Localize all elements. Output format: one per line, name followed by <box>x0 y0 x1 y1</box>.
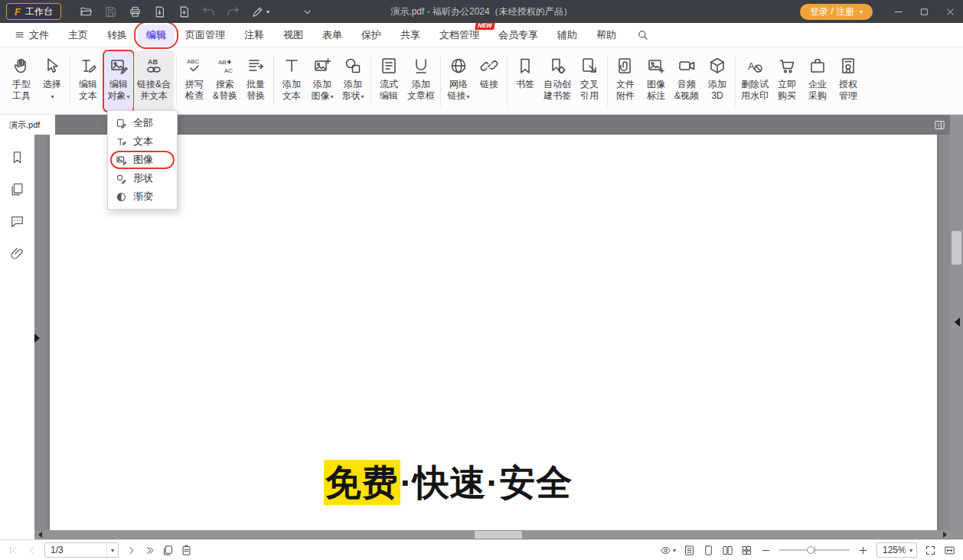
vertical-scrollbar[interactable] <box>950 115 963 539</box>
ribbon-button-auto-bookmark[interactable]: 自动创建书签 <box>540 51 574 111</box>
ribbon-button-enterprise-purchase[interactable]: 企业采购 <box>802 51 833 111</box>
next-page-button[interactable] <box>126 545 137 556</box>
last-page-button[interactable] <box>144 545 155 556</box>
quick-sign-button[interactable]: ▾ <box>251 5 269 18</box>
minimize-button[interactable] <box>885 0 911 23</box>
fit-width-button[interactable] <box>944 545 955 556</box>
menu-tab-file[interactable]: 文件 <box>6 24 57 46</box>
ribbon-button-audio-video[interactable]: 音频&视频 <box>671 51 702 111</box>
side-panel-pages-button[interactable] <box>10 182 24 197</box>
ribbon-button-edit-object[interactable]: 编辑对象▾ <box>103 51 134 111</box>
menu-tab-page-manage[interactable]: 页面管理 <box>177 24 233 46</box>
create-pdf-button[interactable] <box>178 5 191 18</box>
menu-tab-doc-manage[interactable]: 文档管理NEW <box>431 24 488 46</box>
scroll-left-arrow-icon[interactable] <box>34 532 45 538</box>
side-panel-bookmarks-button[interactable] <box>10 150 24 164</box>
menu-tab-view[interactable]: 视图 <box>275 24 312 46</box>
save-button[interactable] <box>104 5 117 18</box>
view-mode-button[interactable]: ▾ <box>660 545 676 556</box>
redo-button[interactable] <box>227 5 240 18</box>
side-panel-attachments-button[interactable] <box>10 246 24 261</box>
scroll-right-arrow-icon[interactable] <box>939 532 950 538</box>
ribbon-button-buy-now[interactable]: 立即购买 <box>772 51 802 111</box>
ribbon-button-license-manage[interactable]: 授权管理 <box>833 51 863 111</box>
ribbon-button-image-annotation[interactable]: 图像标注 <box>641 51 671 111</box>
ribbon-button-web-link[interactable]: 网络链接▾ <box>443 51 474 111</box>
single-page-view-button[interactable] <box>703 545 714 556</box>
ribbon-button-edit-text[interactable]: 编辑文本 <box>73 51 103 111</box>
clipboard-button[interactable] <box>181 545 192 556</box>
sidebar-collapse-handle[interactable] <box>34 334 40 343</box>
undo-button[interactable] <box>202 5 215 18</box>
pdf-page[interactable]: 免费·快速·安全 <box>50 135 937 530</box>
ribbon-button-search-replace[interactable]: ABAC搜索&替换 <box>210 51 240 111</box>
ribbon-button-add-article-box[interactable]: 添加文章框 <box>404 51 438 111</box>
close-button[interactable] <box>937 0 963 23</box>
dropdown-item-image[interactable]: 图像 <box>108 151 177 169</box>
ribbon-button-cross-reference[interactable]: 交叉引用 <box>574 51 605 111</box>
menu-tab-protect[interactable]: 保护 <box>353 24 390 46</box>
ribbon-button-add-text[interactable]: 添加文本 <box>276 51 307 111</box>
open-button[interactable] <box>80 5 93 18</box>
snapshot-button[interactable] <box>162 545 174 556</box>
dropdown-item-text[interactable]: 文本 <box>108 132 177 151</box>
read-mode-button[interactable] <box>684 545 695 556</box>
dropdown-item-gradient[interactable]: 渐变 <box>108 187 177 206</box>
workspace-button[interactable]: F 工作台 <box>6 3 61 20</box>
caret-down-icon: ▾ <box>361 93 364 100</box>
document-tab[interactable]: 演示.pdf <box>0 115 55 135</box>
menu-tab-form[interactable]: 表单 <box>314 24 351 46</box>
bookmark-icon <box>516 54 534 77</box>
menubar: 文件主页转换编辑页面管理注释视图表单保护共享文档管理NEW会员专享辅助帮助 <box>0 23 963 47</box>
menu-tab-help[interactable]: 帮助 <box>588 24 625 46</box>
caret-down-icon[interactable]: ▾ <box>905 543 916 557</box>
ribbon-button-add-3d[interactable]: 添加3D <box>702 51 733 111</box>
fullscreen-button[interactable] <box>925 545 936 556</box>
side-panel-comments-button[interactable] <box>10 214 24 229</box>
ribbon-button-flow-edit[interactable]: 流式编辑 <box>374 51 404 111</box>
export-pdf-button[interactable] <box>153 5 166 18</box>
zoom-slider-thumb[interactable] <box>807 546 814 554</box>
menu-tab-edit[interactable]: 编辑 <box>138 24 175 46</box>
menu-tab-comment[interactable]: 注释 <box>236 24 273 46</box>
ribbon-button-link-merge-text[interactable]: AB链接&合并文本 <box>134 51 174 111</box>
dropdown-item-shape[interactable]: 形状 <box>108 169 177 187</box>
panel-toggle-icon[interactable] <box>934 119 945 131</box>
ribbon-button-link[interactable]: 链接 <box>474 51 504 111</box>
zoom-level[interactable]: 125%▾ <box>876 542 917 558</box>
ribbon-button-bookmark[interactable]: 书签 <box>510 51 540 111</box>
horizontal-scroll-thumb[interactable] <box>475 531 522 539</box>
grid-view-button[interactable] <box>741 545 752 556</box>
horizontal-scroll-track[interactable] <box>45 530 939 539</box>
login-button[interactable]: 登录 / 注册 ▾ <box>800 4 873 20</box>
menu-tab-assist[interactable]: 辅助 <box>549 24 586 46</box>
menu-tab-member[interactable]: 会员专享 <box>490 24 547 46</box>
maximize-button[interactable] <box>911 0 937 23</box>
caret-down-icon[interactable]: ▾ <box>106 543 118 557</box>
ribbon-button-add-shape[interactable]: 添加形状▾ <box>338 51 368 111</box>
search-icon[interactable] <box>637 29 648 41</box>
page-indicator[interactable]: 1/3▾ <box>44 542 119 558</box>
ribbon-button-select[interactable]: 选择▾ <box>37 51 67 111</box>
facing-page-view-button[interactable] <box>722 545 733 556</box>
dropdown-item-all[interactable]: 全部 <box>108 114 177 132</box>
prev-page-button[interactable] <box>26 545 38 556</box>
first-page-button[interactable] <box>8 545 19 556</box>
ribbon-button-hand-tool[interactable]: 手型工具 <box>6 51 37 111</box>
ribbon-button-remove-trial-watermark[interactable]: A删除试用水印 <box>738 51 772 111</box>
right-panel-collapse-handle[interactable] <box>955 317 960 327</box>
ribbon-button-add-image[interactable]: 添加图像▾ <box>307 51 338 111</box>
ribbon-button-spell-check[interactable]: ABC拼写检查 <box>179 51 210 111</box>
zoom-out-button[interactable] <box>760 545 772 556</box>
print-button[interactable] <box>129 5 142 18</box>
ribbon-button-file-attachment[interactable]: 文件附件 <box>610 51 641 111</box>
menu-tab-share[interactable]: 共享 <box>392 24 429 46</box>
ribbon-button-batch-replace[interactable]: 批量替换 <box>240 51 271 111</box>
zoom-slider[interactable] <box>779 545 850 555</box>
menu-tab-home[interactable]: 主页 <box>60 24 96 46</box>
zoom-in-button[interactable] <box>857 545 869 556</box>
menu-tab-convert[interactable]: 转换 <box>99 24 135 46</box>
horizontal-scrollbar[interactable] <box>34 530 950 539</box>
vertical-scroll-thumb[interactable] <box>952 231 961 265</box>
collapse-toolbar-button[interactable] <box>301 5 314 18</box>
